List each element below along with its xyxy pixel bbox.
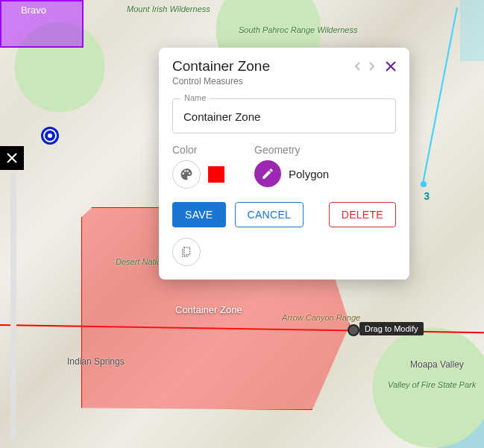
- map-label-pahroc: South Pahroc Range Wilderness: [239, 25, 358, 34]
- popup-subtitle: Control Measures: [172, 76, 396, 86]
- side-scrollbar[interactable]: [10, 171, 16, 440]
- edit-geometry-button[interactable]: [254, 160, 281, 187]
- pencil-icon: [261, 167, 274, 180]
- bullseye-marker[interactable]: [41, 127, 59, 145]
- color-label: Color: [172, 144, 224, 156]
- vertex-handle[interactable]: [348, 324, 359, 336]
- popup-close-button[interactable]: [386, 61, 396, 72]
- close-icon: [386, 61, 396, 72]
- chevron-left-icon: [354, 61, 362, 72]
- palette-icon: [179, 167, 194, 182]
- vertex-tooltip: Drag to Modify: [359, 322, 424, 335]
- next-button[interactable]: [368, 61, 375, 72]
- zone-editor-popup: Container Zone Control Measures Name Col…: [159, 48, 409, 280]
- close-panel-button[interactable]: [0, 146, 24, 170]
- copy-layer-button[interactable]: [172, 238, 201, 266]
- popup-title: Container Zone: [172, 58, 270, 75]
- zone-container-label: Container Zone: [175, 304, 242, 315]
- cyan-waypoint-number: 3: [424, 190, 430, 202]
- close-icon: [6, 152, 18, 164]
- cancel-button[interactable]: CANCEL: [235, 202, 304, 227]
- chevron-right-icon: [368, 61, 375, 72]
- name-input[interactable]: [182, 110, 389, 124]
- geometry-label: Geometry: [254, 144, 329, 156]
- map-label-mt-irish: Mount Irish Wilderness: [127, 4, 210, 13]
- name-field-wrapper: Name: [172, 98, 396, 133]
- geometry-value: Polygon: [289, 168, 329, 180]
- cyan-path: [422, 7, 458, 183]
- color-picker-button[interactable]: [172, 160, 201, 189]
- map-label-moapa: Moapa Valley: [410, 359, 464, 370]
- map-label-valley-fire: Valley of Fire State Park: [388, 380, 476, 389]
- delete-button[interactable]: DELETE: [329, 202, 396, 227]
- save-button[interactable]: SAVE: [172, 202, 226, 227]
- copy-icon: [180, 245, 193, 259]
- cyan-waypoint[interactable]: [421, 181, 427, 187]
- color-swatch[interactable]: [208, 166, 224, 183]
- prev-button[interactable]: [354, 61, 362, 72]
- zone-bravo-label: Bravo: [21, 4, 46, 16]
- name-field-label: Name: [180, 93, 210, 102]
